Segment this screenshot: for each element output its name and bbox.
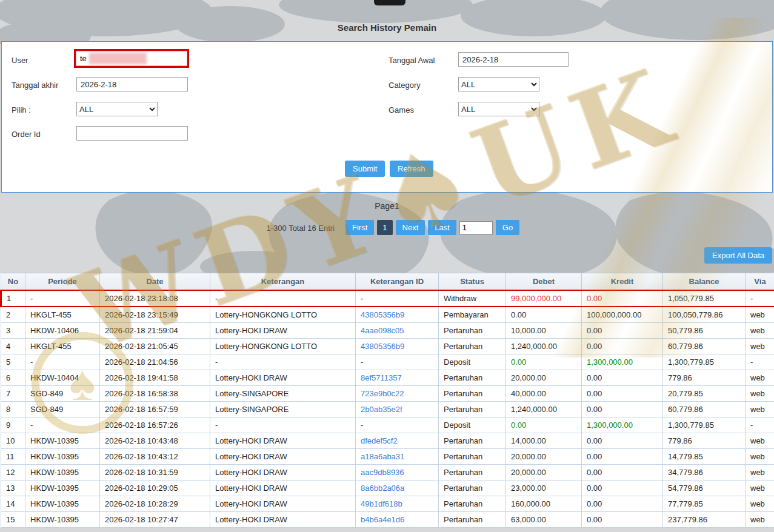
keterangan-id-link[interactable]: 2b0ab35e2f — [361, 405, 402, 414]
keterangan-id-link[interactable]: aac9db8936 — [361, 468, 404, 477]
cell-via: web — [746, 480, 774, 496]
cell-via: web — [746, 449, 774, 465]
cell-no: 14 — [1, 496, 25, 512]
cell-debet: 40,000.00 — [506, 386, 582, 402]
keterangan-id-link[interactable]: 43805356b9 — [361, 342, 404, 351]
pager: First 1 Next Last Go — [345, 220, 519, 235]
cell-via: web — [746, 465, 774, 480]
keterangan-id-link[interactable]: b4b6a4e1d6 — [361, 515, 404, 524]
cell-keterangan: Lottery-HOKI DRAW — [210, 480, 356, 496]
cell-debet: 0.00 — [506, 417, 582, 433]
next-page-button[interactable]: Next — [396, 220, 425, 235]
cell-kredit: 0.00 — [582, 512, 663, 528]
user-input[interactable] — [76, 51, 187, 66]
cell-via: - — [746, 290, 774, 307]
column-header-via: Via — [746, 273, 774, 291]
screen-notch — [374, 0, 405, 5]
page-indicator: Page1 — [0, 201, 774, 211]
table-row: 6HKDW-104042026-02-18 19:41:58Lottery-HO… — [1, 370, 774, 386]
go-button[interactable]: Go — [496, 220, 519, 235]
table-row: 11HKDW-103952026-02-18 10:43:12Lottery-H… — [1, 449, 774, 465]
cell-keterangan: - — [210, 354, 356, 370]
export-all-data-button[interactable]: Export All Data — [704, 247, 772, 264]
cell-date: 2026-02-18 16:58:38 — [100, 386, 210, 402]
category-select[interactable]: ALL — [458, 77, 539, 91]
cell-via: web — [746, 433, 774, 449]
cell-date: 2026-02-18 16:57:26 — [100, 417, 210, 433]
cell-no: 6 — [1, 370, 25, 386]
cell-kredit: 0.00 — [582, 386, 663, 402]
tanggal-awal-label: Tanggal Awal — [389, 56, 435, 65]
column-header-kredit: Kredit — [582, 273, 663, 291]
pilih-select[interactable]: ALL — [76, 102, 158, 116]
cell-date: 2026-02-18 21:04:56 — [100, 354, 210, 370]
cell-keterangan-id: 8a6bb2a06a — [356, 480, 439, 496]
cell-date: 2026-02-18 21:59:04 — [100, 323, 210, 339]
cell-kredit: 0.00 — [582, 449, 663, 465]
cell-debet: 20,000.00 — [506, 449, 582, 465]
games-select[interactable]: ALL — [458, 102, 539, 116]
tanggal-awal-input[interactable] — [458, 52, 569, 67]
keterangan-id-link[interactable]: 8ef5711357 — [361, 373, 402, 382]
cell-kredit: 0.00 — [582, 339, 663, 354]
cell-keterangan: Lottery-HOKI DRAW — [210, 512, 356, 528]
cell-keterangan-id: - — [356, 354, 439, 370]
cell-kredit: 0.00 — [582, 402, 663, 417]
cell-periode: HKDW-10395 — [25, 512, 100, 528]
cell-periode: HKDW-10395 — [25, 449, 100, 465]
cell-no: 3 — [1, 323, 25, 339]
table-row: 10HKDW-103952026-02-18 10:43:48Lottery-H… — [1, 433, 774, 449]
cell-status: Pembayaran — [439, 307, 506, 323]
submit-button[interactable]: Submit — [345, 161, 385, 177]
cell-keterangan: Lottery-HOKI DRAW — [210, 370, 356, 386]
cell-status: Pertaruhan — [439, 402, 506, 417]
cell-status: Deposit — [439, 417, 506, 433]
keterangan-id-link[interactable]: 8a6bb2a06a — [361, 484, 404, 493]
search-history-page: Search History Pemain User Tanggal Awal … — [0, 0, 774, 532]
cell-status: Pertaruhan — [439, 433, 506, 449]
cell-periode: HKGLT-455 — [25, 307, 100, 323]
keterangan-id-link[interactable]: 723e9b0c22 — [361, 389, 404, 398]
cell-periode: SGD-849 — [25, 402, 100, 417]
cell-keterangan: Lottery-HOKI DRAW — [210, 323, 356, 339]
cell-no: 5 — [1, 354, 25, 370]
cell-kredit: 1,300,000.00 — [582, 417, 663, 433]
table-row: 8SGD-8492026-02-18 16:57:59Lottery-SINGA… — [1, 402, 774, 417]
cell-keterangan-id: 723e9b0c22 — [356, 386, 439, 402]
cell-kredit: 0.00 — [582, 370, 663, 386]
order-id-input[interactable] — [76, 126, 188, 141]
cell-date: 2026-02-18 10:29:05 — [100, 480, 210, 496]
last-page-button[interactable]: Last — [428, 220, 456, 235]
cell-balance: 54,779.86 — [663, 480, 746, 496]
user-label: User — [12, 56, 28, 65]
cell-date: 2026-02-18 10:43:48 — [100, 433, 210, 449]
cell-periode: HKDW-10395 — [25, 480, 100, 496]
tanggal-akhir-label: Tanggal akhir — [12, 81, 58, 90]
cell-balance: 60,779.86 — [663, 339, 746, 354]
cell-debet: 23,000.00 — [506, 480, 582, 496]
cell-keterangan-id: 2b0ab35e2f — [356, 402, 439, 417]
cell-debet: 0.00 — [506, 307, 582, 323]
current-page-button[interactable]: 1 — [377, 220, 392, 235]
keterangan-id-link[interactable]: 43805356b9 — [361, 310, 404, 319]
cell-status: Withdraw — [439, 290, 506, 307]
keterangan-id-link[interactable]: dfedef5cf2 — [361, 436, 398, 445]
page-number-input[interactable] — [459, 221, 493, 234]
cell-keterangan-id: 43805356b9 — [356, 307, 439, 323]
first-page-button[interactable]: First — [345, 220, 374, 235]
cell-status: Pertaruhan — [439, 339, 506, 354]
cell-kredit: 0.00 — [582, 465, 663, 480]
keterangan-id-link[interactable]: 49b1df618b — [361, 499, 402, 508]
cell-date: 2026-02-18 23:15:49 — [100, 307, 210, 323]
cell-via: web — [746, 386, 774, 402]
cell-keterangan: Lottery-SINGAPORE — [210, 402, 356, 417]
tanggal-akhir-input[interactable] — [76, 77, 188, 91]
column-header-periode: Periode — [25, 273, 100, 291]
table-row: 5-2026-02-18 21:04:56--Deposit0.001,300,… — [1, 354, 774, 370]
refresh-button[interactable]: Refresh — [390, 161, 433, 177]
cell-keterangan: Lottery-HOKI DRAW — [210, 496, 356, 512]
keterangan-id-link[interactable]: a18a6aba31 — [361, 452, 404, 461]
cell-keterangan-id: - — [356, 417, 439, 433]
cell-debet: 1,240,000.00 — [506, 402, 582, 417]
keterangan-id-link[interactable]: 4aae098c05 — [361, 326, 404, 335]
